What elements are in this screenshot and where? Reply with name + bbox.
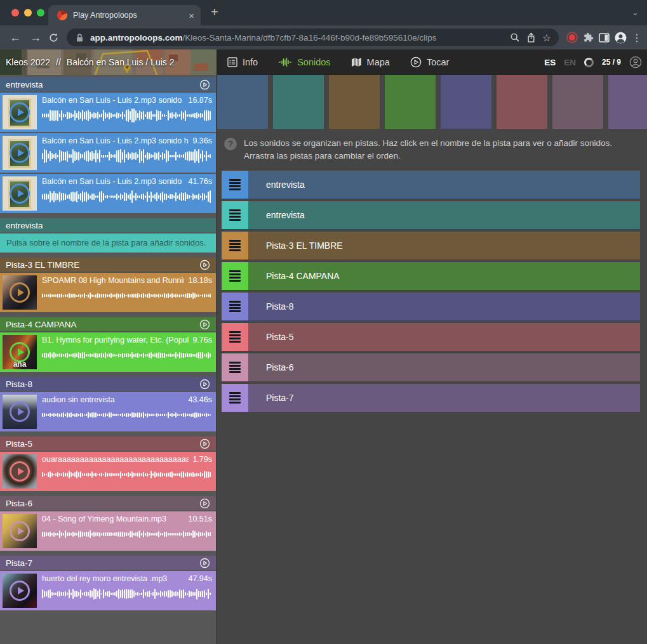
track-header[interactable]: Pista-3 EL TIMBRE — [0, 258, 216, 272]
track-header[interactable]: Pista-6 — [0, 496, 216, 510]
track-header[interactable]: entrevista — [0, 218, 216, 232]
audio-clip[interactable]: Balcón en San Luis - Luis 2.mp3 sonido h… — [0, 174, 216, 213]
zoom-page-icon[interactable] — [510, 32, 520, 43]
audio-clip[interactable]: ouaraaaaaaaaaaaaaaaaaaaaaaaaaaaaaaaaaaaa… — [0, 452, 216, 491]
track-header[interactable]: Pista-4 CAMPANA — [0, 317, 216, 331]
track-row[interactable]: Pista-8 — [222, 292, 640, 320]
tab-sonidos[interactable]: Sonidos — [278, 57, 330, 67]
track-swatch[interactable] — [497, 75, 547, 129]
lock-icon[interactable] — [76, 33, 84, 43]
track-row[interactable]: entrevista — [222, 201, 640, 229]
clip-title: huerto del rey moro entrevista .mp3 — [42, 574, 184, 583]
audio-clip[interactable]: 04 - Song of Yimeng Mountain.mp310.51s — [0, 511, 216, 551]
track-swatch[interactable] — [273, 75, 324, 129]
audio-clip[interactable]: Balcón en San Luis - Luis 2.mp3 sonido h… — [0, 133, 216, 173]
play-overlay-icon — [10, 581, 30, 601]
play-track-button[interactable] — [199, 79, 210, 90]
track-row-name[interactable]: entrevista — [248, 201, 640, 229]
clip-thumbnail — [3, 95, 37, 129]
audio-clip[interactable]: aña B1. Hymns for purifying water, Etc. … — [0, 332, 216, 372]
tab-tocar[interactable]: Tocar — [410, 56, 449, 68]
drag-handle[interactable] — [222, 384, 248, 412]
track-row[interactable]: Pista-7 — [222, 384, 640, 412]
track-swatch[interactable] — [608, 75, 647, 129]
audio-clip[interactable]: SPOAMR 08 High Mountains and Running ...… — [0, 273, 216, 312]
bookmark-star-icon[interactable]: ☆ — [542, 32, 551, 44]
address-bar[interactable]: app.antropoloops.com/Kleos-Santa-Marina/… — [67, 29, 559, 46]
breadcrumb-project[interactable]: Kleos 2022 — [6, 57, 50, 67]
play-track-button[interactable] — [199, 558, 210, 568]
drag-handle[interactable] — [222, 262, 248, 290]
play-track-button[interactable] — [199, 438, 210, 449]
recording-extension-icon[interactable] — [569, 34, 575, 41]
drag-handle[interactable] — [222, 232, 248, 260]
extensions-puzzle-icon[interactable] — [583, 32, 594, 43]
drag-handle[interactable] — [222, 171, 248, 199]
close-window-button[interactable] — [11, 9, 19, 16]
track-row[interactable]: Pista-4 CAMPANA — [222, 262, 640, 290]
help-text: Los sonidos se organizan en pistas. Haz … — [244, 137, 641, 163]
tab-close-icon[interactable]: × — [189, 11, 194, 20]
track-name: entrevista — [6, 80, 43, 89]
waveform — [42, 287, 212, 304]
forward-button[interactable]: → — [28, 31, 43, 44]
play-track-button[interactable] — [199, 498, 210, 509]
track-row[interactable]: Pista-6 — [222, 353, 640, 381]
lang-en-button[interactable]: EN — [564, 58, 576, 67]
audio-clip[interactable]: huerto del rey moro entrevista .mp347.94… — [0, 571, 216, 610]
track-row-name[interactable]: Pista-5 — [248, 323, 640, 351]
play-track-button[interactable] — [199, 379, 210, 390]
browser-tab[interactable]: Play Antropoloops × — [48, 5, 201, 25]
new-tab-button[interactable]: + — [211, 5, 218, 20]
track-row-name[interactable]: entrevista — [248, 171, 640, 199]
play-overlay-icon — [10, 521, 30, 541]
track-header[interactable]: entrevista — [0, 77, 216, 91]
tab-sonidos-label: Sonidos — [297, 57, 330, 67]
play-overlay-icon — [10, 461, 30, 482]
drag-handle[interactable] — [222, 201, 248, 229]
track-swatch[interactable] — [385, 75, 436, 129]
back-button[interactable]: ← — [8, 31, 23, 44]
minimize-window-button[interactable] — [24, 9, 32, 16]
audio-clip[interactable]: audion sin entrevista43.46s — [0, 392, 216, 431]
track-swatch[interactable] — [441, 75, 491, 129]
clip-thumbnail — [3, 176, 37, 211]
track-list: entrevista entrevista Pista-3 EL TIMBRE … — [217, 169, 647, 412]
app-header: Kleos 2022 // Balcón en San Luis / Luis … — [0, 49, 647, 75]
account-icon[interactable] — [629, 56, 642, 69]
play-track-button[interactable] — [199, 319, 210, 330]
track-row[interactable]: Pista-3 EL TIMBRE — [222, 232, 640, 260]
audio-clip[interactable]: Balcón en San Luis - Luis 2.mp3 sonido h… — [0, 93, 216, 132]
drag-handle[interactable] — [222, 292, 248, 320]
lang-es-button[interactable]: ES — [544, 58, 556, 67]
tab-search-chevron-icon[interactable]: ⌄ — [632, 8, 639, 17]
track-header[interactable]: Pista-8 — [0, 377, 216, 391]
track-row-name[interactable]: Pista-7 — [248, 384, 640, 412]
track-row[interactable]: Pista-5 — [222, 323, 640, 351]
sidebar-track-entrevista-1: entrevista Balcón en San Luis - Luis 2.m… — [0, 77, 216, 213]
browser-tab-strip: Play Antropoloops × + ⌄ — [0, 0, 647, 25]
profile-avatar[interactable] — [615, 32, 627, 44]
drag-handle[interactable] — [222, 323, 248, 351]
track-row-name[interactable]: Pista-4 CAMPANA — [248, 262, 640, 290]
tab-info[interactable]: Info — [227, 57, 258, 67]
track-swatch[interactable] — [217, 75, 268, 129]
track-row-name[interactable]: Pista-3 EL TIMBRE — [248, 232, 640, 260]
play-track-button[interactable] — [199, 260, 210, 270]
track-row-name[interactable]: Pista-8 — [248, 292, 640, 320]
track-row-name[interactable]: Pista-6 — [248, 353, 640, 381]
zoom-window-button[interactable] — [37, 9, 44, 16]
track-header[interactable]: Pista-7 — [0, 556, 216, 570]
reload-button[interactable] — [48, 32, 59, 43]
track-header[interactable]: Pista-5 — [0, 437, 216, 450]
track-row[interactable]: entrevista — [222, 171, 640, 199]
window-controls[interactable] — [11, 9, 44, 16]
tab-mapa[interactable]: Mapa — [351, 57, 390, 67]
url-text[interactable]: app.antropoloops.com/Kleos-Santa-Marina/… — [90, 33, 504, 43]
drag-handle[interactable] — [222, 353, 248, 381]
share-icon[interactable] — [526, 32, 536, 43]
browser-menu-kebab-icon[interactable]: ⋮ — [632, 32, 639, 44]
track-swatch[interactable] — [552, 75, 603, 129]
side-panel-icon[interactable] — [599, 33, 610, 43]
track-swatch[interactable] — [329, 75, 380, 129]
